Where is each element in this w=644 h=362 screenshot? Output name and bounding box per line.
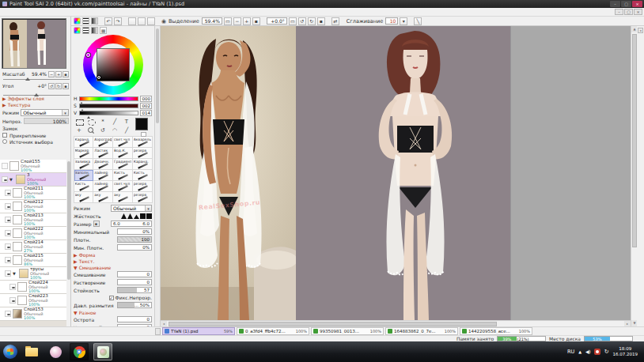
taskbar-clock[interactable]: 18:09 16.07.2019 [613,346,642,356]
doc-close-button[interactable]: × [634,9,642,15]
brush-tool[interactable]: резерв [133,148,153,159]
layer-visibility-eye-icon[interactable] [5,203,11,209]
angle-field[interactable]: +0.0° [267,17,287,25]
layer-row[interactable]: ▼ Слой155 Обычный 100% [0,160,66,173]
doc-minimize-button[interactable]: – [615,9,623,15]
layer-row[interactable]: ▼ Слой223 Обычный 100% [0,294,66,307]
undo-button[interactable]: ↶ [104,17,112,25]
canvas-horizontal-scrollbar[interactable]: ◂ ▸ [161,320,631,326]
layer-visibility-eye-icon[interactable] [9,297,16,304]
document-tab[interactable]: 0_a3fd4_ffb4c72... 100% [237,327,309,335]
scale-slider[interactable] [3,77,70,81]
scratchpad-panel-icon[interactable] [82,17,89,25]
layer-row[interactable]: ▼ Слой224 Обычный 100% [0,281,66,294]
angle-reset-button[interactable]: ▪ [317,17,325,25]
angle-ccw-button[interactable]: ↺ [48,83,55,89]
angle-fit-button[interactable]: ▭ [289,17,297,25]
layer-row[interactable]: ▼ Слой222 Обычный 100% [0,227,66,240]
hand-tool[interactable]: ◠ [109,126,120,134]
layer-visibility-eye-icon[interactable] [5,311,11,317]
layer-row[interactable]: ▼ Слой213 Обычный 100% [0,213,66,227]
brush-tool[interactable]: аку [93,192,113,203]
minimize-button[interactable]: – [610,1,620,7]
rotate-view-tool[interactable]: ↺ [97,126,108,134]
text-tool[interactable]: T [121,118,132,126]
dilution-field[interactable]: 0 [117,279,152,285]
brush-tool[interactable]: Градиент [113,159,133,170]
hue-cursor[interactable] [86,53,90,57]
brush-tool[interactable]: Маркер [74,148,94,159]
layer-visibility-eye-icon[interactable] [5,217,11,223]
hue-slider[interactable] [79,96,138,101]
line-quality-button[interactable]: ╲ [414,17,422,25]
misc-section[interactable]: ▼ Разное [74,309,152,315]
redo-button[interactable]: ↷ [114,17,122,25]
brush-tool[interactable]: Кисть [74,181,94,192]
selection-visibility-icon[interactable]: ◉ [161,18,166,25]
mixer-tab-icon[interactable] [91,27,98,34]
document-tab[interactable]: TYaN (1).psd 59% [162,327,235,335]
size-slider[interactable]: 6.0 6.0 [111,221,152,227]
rgb-sliders-tab-icon[interactable] [82,27,89,34]
language-indicator[interactable]: RU [567,349,574,355]
layer-row[interactable]: ▼ Слой214 Обычный 27% [0,240,66,254]
brush-tool[interactable]: лайнер [93,170,113,181]
color-wheel-panel-icon[interactable]: c [74,17,81,25]
brush-tool[interactable]: Ластик [93,148,113,159]
volume-icon[interactable]: ◀)) [585,349,590,354]
layer-row[interactable]: ▼ 3 Обычный 100% [0,173,66,187]
brush-tool[interactable]: резерв [133,181,153,192]
close-button[interactable]: × [632,1,642,7]
layer-visibility-eye-icon[interactable] [5,243,11,250]
navigator-thumbnail[interactable] [2,18,66,69]
panel-collapse-button[interactable]: ◂ [638,28,643,33]
brush-tool[interactable]: лайнер [93,181,113,192]
layer-row[interactable]: ▼ Слой215 Обычный 86% [0,254,66,267]
zoom-level-field[interactable]: 59.4% [202,17,222,25]
texture-section[interactable]: ▶ Текстура [0,101,71,107]
mixer-panel-icon[interactable] [91,17,98,25]
saturation-slider[interactable] [79,104,138,108]
sharpness-field[interactable]: 0 [117,316,152,322]
layer-effects-section[interactable]: ▶ Эффекты слоя [0,95,71,101]
smoothing-select[interactable]: 10 [385,17,398,25]
canvas-area[interactable]: RealSexShop.ru [161,26,631,320]
min-density-field[interactable]: 0% [117,244,152,251]
flip-canvas-button[interactable]: ⇄ [331,17,339,25]
tool-option-button-1[interactable] [128,17,136,25]
blending-section[interactable]: ▼ Смешивание [74,264,152,270]
layer-visibility-eye-icon[interactable] [2,176,8,183]
persistence-slider[interactable]: 57 [117,287,152,293]
scale-reset-button[interactable]: ▪ [63,71,69,77]
brush-mode-select[interactable]: Обычный ▾ [111,205,152,212]
canvas-vertical-scrollbar[interactable]: ▲ ▼ [631,26,637,326]
brush-tool[interactable]: Кисть [133,170,153,181]
brush-tool[interactable]: аку [113,192,133,203]
texture-section[interactable]: ▶ Текст. [74,258,152,264]
layer-opacity-slider[interactable]: 100% [24,118,69,124]
tool-option-button-3[interactable] [147,17,155,25]
blending-field[interactable]: 0 [117,271,152,277]
brush-tool[interactable]: резерв [133,192,153,203]
color-wheel[interactable] [83,35,143,95]
taskbar-app-button[interactable] [46,343,65,360]
tabs-scroll-button[interactable] [155,328,161,335]
folder-expand-icon[interactable]: ▼ [13,271,17,276]
layer-visibility-eye-icon[interactable] [5,190,11,196]
rotate-cw-button[interactable]: ↻ [308,17,316,25]
taskbar-sai-button[interactable] [93,343,112,360]
brush-tool[interactable]: свет.чул [113,137,133,148]
doc-restore-button[interactable]: ▢ [624,9,633,15]
scale-minus-button[interactable]: − [48,71,55,77]
hardness-presets[interactable] [121,213,152,219]
brush-tool[interactable]: Аэрограф [93,137,113,148]
rect-select-tool[interactable] [74,118,85,126]
smoothing-dropdown-button[interactable]: ▾ [400,17,407,25]
eyedropper-tool[interactable]: ╱ [121,126,132,134]
sv-cursor[interactable] [97,76,100,79]
layer-visibility-eye-icon[interactable] [5,257,11,263]
zoom-in-button[interactable]: + [243,17,251,25]
tool-option-button-2[interactable] [138,17,146,25]
hue-value-field[interactable]: 000 [140,96,152,102]
layer-visibility-eye-icon[interactable] [2,163,8,169]
